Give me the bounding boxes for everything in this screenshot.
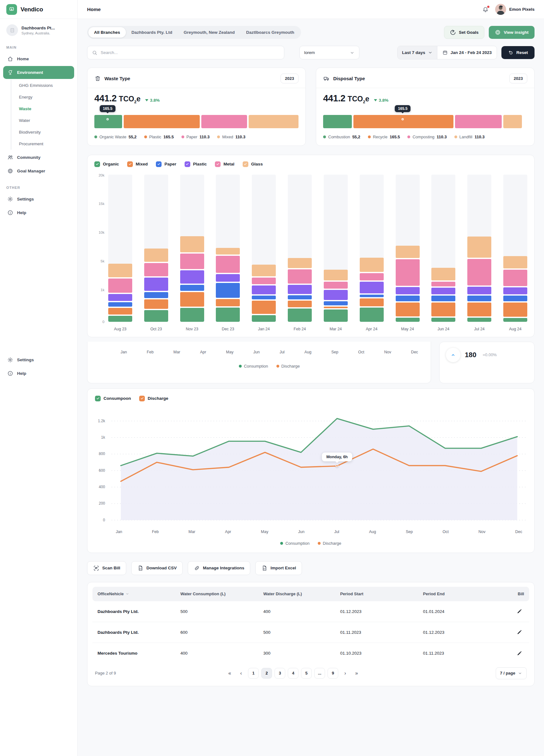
bar-column-feb-24[interactable]: Feb 24: [288, 175, 312, 331]
legend-label: Organic Waste: [99, 135, 127, 139]
bar-column-aug-23[interactable]: Aug 23: [108, 175, 132, 331]
bar-column-may-24[interactable]: May 24: [396, 175, 420, 331]
water-line-chart-card: ConsumpoonDischarge 1.2k1k8006004002000 …: [87, 388, 535, 553]
filter-label: Paper: [164, 162, 176, 166]
bar-segment-composting[interactable]: [455, 115, 502, 128]
prev-page-button[interactable]: ‹: [237, 668, 246, 679]
legend-dot: [454, 135, 457, 138]
bar-column-oct-23[interactable]: Oct 23: [144, 175, 168, 331]
subnav-item-biodiversity[interactable]: Biodiversity: [11, 126, 74, 138]
delta-badge: 3.8%: [374, 98, 388, 103]
bar-segment-plastic[interactable]: [124, 115, 200, 128]
edit-bill-button[interactable]: [515, 649, 524, 658]
sidebar-item-help[interactable]: Help: [3, 206, 74, 219]
bar-segment-mixed[interactable]: [249, 115, 298, 128]
bar-column-dec-23[interactable]: Dec 23: [216, 175, 240, 331]
page-button-5[interactable]: 5: [301, 668, 312, 679]
legend-dot: [407, 135, 410, 138]
import-excel-button[interactable]: xslImport Excel: [255, 561, 302, 575]
bar-column-aug-24[interactable]: Aug 24: [503, 175, 527, 331]
bar-segment-landfill[interactable]: [503, 115, 522, 128]
bar-column-jul-24[interactable]: Jul 24: [467, 175, 491, 331]
y-tick-label: 20k: [99, 173, 105, 177]
x-tick-label: May: [261, 530, 269, 534]
search-input[interactable]: [101, 50, 279, 55]
scan-icon: [93, 565, 99, 571]
branch-tab-3[interactable]: Daztlboarcs Greymouth: [241, 27, 300, 38]
view-insight-button[interactable]: View insight: [489, 26, 535, 39]
column-header-sortable[interactable]: OfficeNehicle: [98, 591, 181, 596]
page-ellipsis[interactable]: ...: [314, 668, 325, 679]
total-value: 441.2: [323, 93, 345, 104]
bar-segment-paper[interactable]: [201, 115, 247, 128]
branch-tab-1[interactable]: Dazhboards Pty. Ltd: [126, 27, 178, 38]
column-header-label: Bill: [500, 591, 524, 596]
year-badge[interactable]: 2023: [280, 74, 298, 83]
filter-checkbox-plastic[interactable]: Plastic: [185, 161, 207, 167]
page-button-2[interactable]: 2: [261, 668, 272, 679]
subnav-item-energy[interactable]: Energy: [11, 91, 74, 103]
per-page-select[interactable]: 7 / page: [496, 667, 527, 679]
user-menu[interactable]: Emon Pixels: [495, 4, 535, 15]
subnav-item-water[interactable]: Water: [11, 115, 74, 126]
sidebar-item-home[interactable]: Home: [3, 52, 74, 65]
insight-icon: [495, 29, 501, 35]
branch-tab-2[interactable]: Greymouth, New Zealand: [178, 27, 241, 38]
filter-checkbox-organic[interactable]: Organic: [94, 161, 119, 167]
cell-bill: [500, 649, 524, 658]
edit-bill-button[interactable]: [515, 627, 524, 637]
bar-column-apr-24[interactable]: Apr 24: [360, 175, 384, 331]
notifications-bell-icon[interactable]: [482, 6, 489, 13]
subnav-item-procurement[interactable]: Procurement: [11, 138, 74, 150]
waste-monthly-chart-card: OrganicMixedPaperPlasticMetalGlass 20k15…: [87, 155, 535, 337]
download-csv-button[interactable]: csvDownload CSV: [131, 561, 183, 575]
edit-bill-button[interactable]: [515, 607, 524, 616]
sidebar-item-community[interactable]: Community: [3, 151, 74, 164]
branch-tab-0[interactable]: All Branches: [88, 27, 126, 38]
bar-column-jan-24[interactable]: Jan 24: [252, 175, 276, 331]
search-icon: [92, 50, 98, 56]
total-value-row: 441.2TCO2e3.8%: [323, 93, 527, 104]
company-switcher[interactable]: Dazhboards Pt... Sydney, Australia.: [0, 19, 77, 40]
subnav-item-waste[interactable]: Waste: [11, 103, 74, 115]
bar-column-jun-24[interactable]: Jun 24: [431, 175, 455, 331]
x-tick-label: Nov 23: [186, 327, 199, 331]
bar-segment-combustion[interactable]: [323, 115, 352, 128]
bar-segment-glass: [324, 270, 348, 280]
filter-checkbox-discharge[interactable]: Discharge: [139, 396, 168, 401]
manage-integrations-button[interactable]: Manage Integrations: [188, 561, 250, 575]
sidebar-item-environment[interactable]: Environment: [3, 66, 74, 79]
sidebar-item-settings[interactable]: Settings: [3, 353, 74, 366]
first-page-button[interactable]: «: [225, 668, 234, 679]
sidebar-item-settings[interactable]: Settings: [3, 193, 74, 206]
page-button-4[interactable]: 4: [288, 668, 298, 679]
filter-checkbox-metal[interactable]: Metal: [215, 161, 235, 167]
reset-button[interactable]: Reset: [501, 46, 535, 59]
scan-bill-button[interactable]: Scan Bill: [87, 561, 126, 575]
last-page-button[interactable]: »: [352, 668, 361, 679]
filter-checkbox-mixed[interactable]: Mixed: [127, 161, 148, 167]
bar-segment-recycle[interactable]: [353, 115, 453, 128]
subnav-item-ghg-emmissions[interactable]: GHG Emmissions: [11, 80, 74, 91]
sidebar-item-help[interactable]: Help: [3, 367, 74, 380]
filter-checkbox-glass[interactable]: Glass: [243, 161, 263, 167]
bar-column-nov-23[interactable]: Nov 23: [180, 175, 204, 331]
bar-stack: [288, 258, 312, 322]
lorem-select[interactable]: lorem: [299, 46, 359, 59]
filter-checkbox-consumpoon[interactable]: Consumpoon: [95, 396, 131, 401]
bar-segment-organic-waste[interactable]: [94, 115, 122, 128]
page-button-1[interactable]: 1: [248, 668, 259, 679]
search-box: [87, 46, 284, 59]
range-preset-dropdown[interactable]: Last 7 days: [397, 46, 437, 59]
sidebar-item-goal-manager[interactable]: Goal Manager: [3, 165, 74, 177]
bar-column-mar-24[interactable]: Mar 24: [324, 175, 348, 331]
next-page-button[interactable]: ›: [341, 668, 350, 679]
set-goals-button[interactable]: Set Goals: [444, 26, 484, 39]
date-range-picker[interactable]: Jan 24 - Feb 24 2023: [437, 46, 497, 59]
page-button-9[interactable]: 9: [327, 668, 338, 679]
app-window: Vendico Dazhboards Pt... Sydney, Austral…: [0, 0, 544, 756]
year-badge[interactable]: 2023: [509, 74, 527, 83]
bar-segment-metal: [503, 270, 527, 286]
filter-checkbox-paper[interactable]: Paper: [156, 161, 176, 167]
page-button-3[interactable]: 3: [274, 668, 285, 679]
